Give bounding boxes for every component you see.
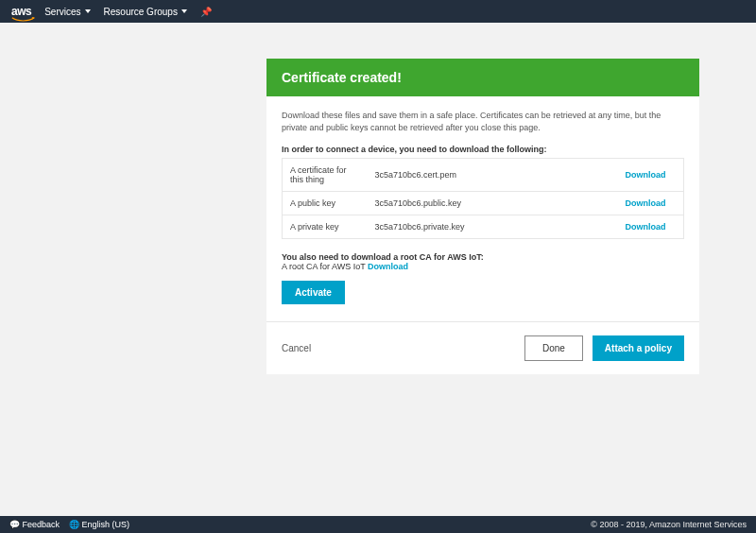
row-file: 3c5a710bc6.public.key — [368, 192, 618, 215]
aws-logo-text: aws — [11, 5, 31, 18]
caret-down-icon — [181, 9, 187, 13]
nav-pin[interactable]: 📌 — [200, 7, 212, 17]
nav-services-label: Services — [44, 7, 80, 17]
card-instruction: In order to connect a device, you need t… — [282, 145, 684, 154]
pin-icon: 📌 — [200, 7, 212, 17]
globe-icon: 🌐 — [69, 520, 79, 529]
root-ca-section: You also need to download a root CA for … — [282, 252, 684, 271]
table-row: A certificate for this thing 3c5a710bc6.… — [283, 159, 684, 192]
root-ca-heading: You also need to download a root CA for … — [282, 252, 684, 262]
nav-services[interactable]: Services — [44, 7, 90, 17]
aws-logo[interactable]: aws — [11, 5, 31, 18]
table-row: A private key 3c5a710bc6.private.key Dow… — [283, 215, 684, 239]
card-description: Download these files and save them in a … — [282, 110, 684, 133]
certificate-card: Certificate created! Download these file… — [266, 59, 699, 374]
bottom-bar: 💬 Feedback 🌐 English (US) © 2008 - 2019,… — [0, 516, 756, 533]
aws-smile-icon — [11, 17, 35, 22]
card-footer: Cancel Done Attach a policy — [266, 321, 699, 374]
copyright-text: © 2008 - 2019, Amazon Internet Services — [591, 520, 747, 529]
language-label: English (US) — [82, 520, 130, 529]
card-title: Certificate created! — [266, 59, 699, 96]
cancel-button[interactable]: Cancel — [282, 343, 311, 353]
row-label: A certificate for this thing — [283, 159, 368, 192]
language-selector[interactable]: 🌐 English (US) — [69, 520, 129, 529]
feedback-link[interactable]: 💬 Feedback — [9, 520, 60, 529]
done-button[interactable]: Done — [524, 335, 583, 361]
feedback-label: Feedback — [23, 520, 60, 529]
row-file: 3c5a710bc6.private.key — [368, 215, 618, 239]
comment-icon: 💬 — [9, 520, 20, 529]
activate-button[interactable]: Activate — [282, 281, 345, 304]
row-label: A private key — [283, 215, 368, 239]
table-row: A public key 3c5a710bc6.public.key Downl… — [283, 192, 684, 215]
root-ca-text: A root CA for AWS IoT — [282, 262, 368, 271]
card-body: Download these files and save them in a … — [266, 96, 699, 321]
root-ca-download-link[interactable]: Download — [368, 262, 408, 271]
download-link[interactable]: Download — [626, 198, 666, 208]
row-file: 3c5a710bc6.cert.pem — [368, 159, 618, 192]
downloads-table: A certificate for this thing 3c5a710bc6.… — [282, 158, 684, 239]
attach-policy-button[interactable]: Attach a policy — [593, 335, 684, 361]
nav-resource-groups-label: Resource Groups — [104, 7, 178, 17]
nav-resource-groups[interactable]: Resource Groups — [104, 7, 187, 17]
row-label: A public key — [283, 192, 368, 215]
main-area: Certificate created! Download these file… — [0, 23, 756, 516]
download-link[interactable]: Download — [626, 170, 666, 180]
top-nav: aws Services Resource Groups 📌 — [0, 0, 756, 23]
download-link[interactable]: Download — [626, 222, 666, 232]
caret-down-icon — [85, 9, 91, 13]
